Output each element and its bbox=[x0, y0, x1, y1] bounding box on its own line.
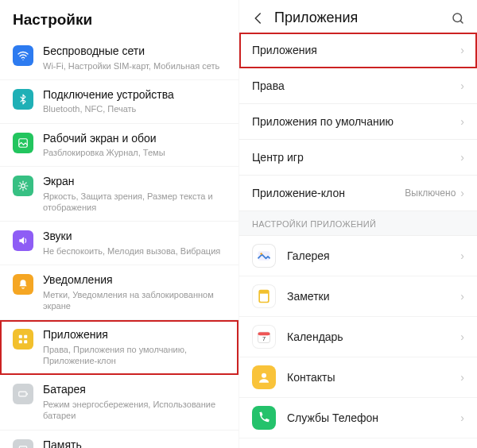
svg-rect-6 bbox=[19, 392, 26, 397]
apps-title: Приложения bbox=[274, 10, 450, 26]
chevron-right-icon: › bbox=[460, 115, 464, 128]
svg-rect-15 bbox=[259, 291, 269, 294]
item-subtitle: Bluetooth, NFC, Печать bbox=[43, 103, 226, 114]
row-label: Приложения по умолчанию bbox=[252, 115, 460, 128]
bluetooth-icon bbox=[13, 89, 33, 110]
item-title: Рабочий экран и обои bbox=[43, 132, 226, 146]
chevron-right-icon: › bbox=[460, 411, 464, 424]
chevron-right-icon: › bbox=[460, 371, 464, 384]
item-title: Память bbox=[43, 438, 226, 448]
svg-rect-2 bbox=[19, 335, 22, 338]
calendar-icon: 7 bbox=[252, 325, 276, 349]
gallery-icon bbox=[252, 244, 276, 268]
item-subtitle: Wi-Fi, Настройки SIM-карт, Мобильная сет… bbox=[43, 60, 226, 71]
svg-point-13 bbox=[260, 253, 262, 255]
row-label: Приложение-клон bbox=[252, 187, 405, 199]
apps-section-header: НАСТРОЙКИ ПРИЛОЖЕНИЙ bbox=[239, 211, 477, 236]
apps-pane: Приложения Приложения › Права › Приложен… bbox=[238, 0, 477, 448]
arrow-left-icon bbox=[251, 11, 266, 25]
contacts-icon bbox=[252, 365, 276, 389]
chevron-right-icon: › bbox=[460, 187, 464, 199]
item-subtitle: Яркость, Защита зрения, Размер текста и … bbox=[43, 191, 226, 214]
chevron-right-icon: › bbox=[460, 330, 464, 343]
settings-title: Настройки bbox=[0, 0, 238, 37]
settings-item-home-screen[interactable]: Рабочий экран и обои Разблокировка Журна… bbox=[0, 124, 238, 168]
row-label: Права bbox=[252, 79, 460, 92]
row-label: Приложения bbox=[252, 44, 460, 56]
app-label: Заметки bbox=[287, 290, 460, 303]
apps-header: Приложения bbox=[239, 0, 477, 33]
item-title: Приложения bbox=[43, 328, 226, 342]
svg-point-19 bbox=[262, 373, 266, 378]
item-subtitle: Разблокировка Журнал, Темы bbox=[43, 147, 226, 158]
app-label: Календарь bbox=[287, 330, 460, 343]
svg-text:7: 7 bbox=[262, 335, 266, 342]
row-label: Центр игр bbox=[252, 151, 460, 164]
apps-row-apps[interactable]: Приложения › bbox=[239, 33, 477, 68]
chevron-right-icon: › bbox=[460, 249, 464, 262]
search-button[interactable] bbox=[450, 10, 466, 26]
item-subtitle: Режим энергосбережения, Использование ба… bbox=[43, 399, 226, 422]
settings-list: Беспроводные сети Wi-Fi, Настройки SIM-к… bbox=[0, 37, 238, 448]
wallpaper-icon bbox=[13, 133, 33, 153]
settings-pane: Настройки Беспроводные сети Wi-Fi, Настр… bbox=[0, 0, 238, 448]
svg-rect-5 bbox=[24, 341, 27, 344]
settings-item-storage[interactable]: Память Очистка памяти bbox=[0, 431, 238, 448]
svg-rect-3 bbox=[24, 335, 27, 338]
settings-item-device-connection[interactable]: Подключение устройства Bluetooth, NFC, П… bbox=[0, 80, 238, 124]
item-title: Беспроводные сети bbox=[43, 44, 226, 59]
item-title: Экран bbox=[43, 175, 226, 189]
bell-icon bbox=[13, 274, 33, 295]
row-value: Выключено bbox=[405, 187, 456, 199]
item-title: Батарея bbox=[43, 383, 226, 397]
display-icon bbox=[13, 176, 33, 196]
settings-item-notifications[interactable]: Уведомления Метки, Уведомления на заблок… bbox=[0, 265, 238, 320]
apps-row-game-center[interactable]: Центр игр › bbox=[239, 140, 477, 176]
item-title: Уведомления bbox=[43, 273, 226, 288]
chevron-right-icon: › bbox=[460, 151, 464, 164]
notes-icon bbox=[252, 284, 276, 308]
item-title: Звуки bbox=[43, 230, 226, 244]
item-subtitle: Не беспокоить, Мелодия вызова, Вибрация bbox=[43, 245, 226, 257]
settings-item-display[interactable]: Экран Яркость, Защита зрения, Размер тек… bbox=[0, 167, 238, 222]
app-label: Галерея bbox=[287, 249, 460, 262]
chevron-right-icon: › bbox=[460, 79, 464, 92]
svg-rect-4 bbox=[19, 341, 22, 344]
apps-row-default-apps[interactable]: Приложения по умолчанию › bbox=[239, 104, 477, 140]
wifi-icon bbox=[13, 45, 33, 66]
settings-item-battery[interactable]: Батарея Режим энергосбережения, Использо… bbox=[0, 375, 238, 430]
chevron-right-icon: › bbox=[460, 44, 464, 56]
app-row-phone-services[interactable]: Службы Телефон › bbox=[239, 398, 477, 438]
item-subtitle: Права, Приложения по умолчанию, Приложен… bbox=[43, 344, 226, 367]
search-icon bbox=[451, 11, 465, 25]
apps-icon bbox=[13, 329, 33, 350]
battery-icon bbox=[13, 384, 33, 404]
back-button[interactable] bbox=[250, 10, 266, 26]
apps-row-permissions[interactable]: Права › bbox=[239, 68, 477, 104]
storage-icon bbox=[13, 439, 33, 448]
app-row-notes[interactable]: Заметки › bbox=[239, 276, 477, 317]
item-subtitle: Метки, Уведомления на заблокированном эк… bbox=[43, 289, 226, 312]
svg-rect-7 bbox=[27, 393, 28, 395]
app-label: Контакты bbox=[287, 371, 460, 384]
apps-row-app-twin[interactable]: Приложение-клон Выключено › bbox=[239, 176, 477, 211]
settings-item-sounds[interactable]: Звуки Не беспокоить, Мелодия вызова, Виб… bbox=[0, 222, 238, 265]
item-title: Подключение устройства bbox=[43, 88, 226, 102]
app-row-calendar[interactable]: 7 Календарь › bbox=[239, 317, 477, 357]
settings-item-wireless[interactable]: Беспроводные сети Wi-Fi, Настройки SIM-к… bbox=[0, 37, 238, 80]
app-row-gallery[interactable]: Галерея › bbox=[239, 236, 477, 276]
svg-point-1 bbox=[21, 184, 25, 188]
app-label: Службы Телефон bbox=[287, 411, 460, 424]
settings-item-apps[interactable]: Приложения Права, Приложения по умолчани… bbox=[0, 320, 238, 375]
sound-icon bbox=[13, 230, 33, 251]
app-row-contacts[interactable]: Контакты › bbox=[239, 357, 477, 398]
phone-icon bbox=[252, 406, 276, 430]
chevron-right-icon: › bbox=[460, 290, 464, 303]
